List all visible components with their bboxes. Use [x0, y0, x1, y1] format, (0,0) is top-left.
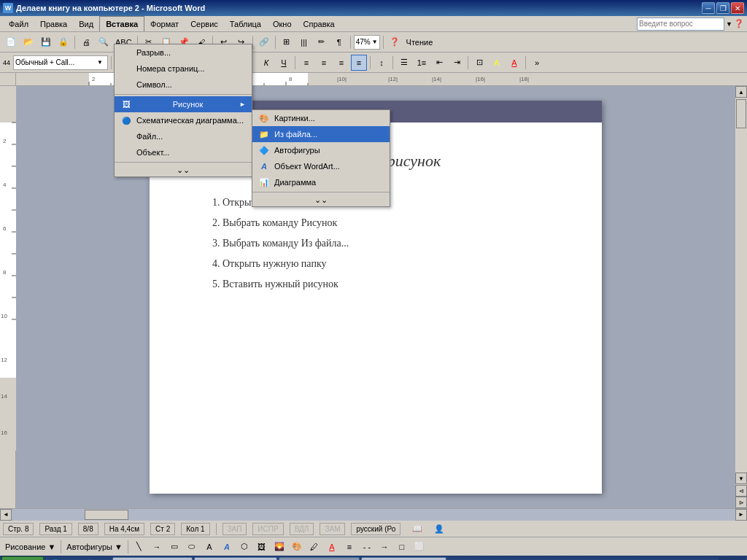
help-button-icon[interactable]: ❓	[734, 19, 744, 28]
menu-table[interactable]: Таблица	[224, 16, 267, 31]
horizontal-scrollbar: ◄ ►	[0, 508, 747, 520]
zoom-dropdown[interactable]: 47% ▼	[354, 35, 380, 50]
start-button[interactable]: ⊞ Пуск	[1, 556, 44, 560]
line-style-button[interactable]: ≡	[341, 539, 357, 555]
font-color-button[interactable]: A	[506, 55, 522, 71]
taskbar-netop[interactable]: Учитель NetOp - Се...	[194, 557, 277, 560]
menu-insert-page-numbers[interactable]: Номера страниц...	[115, 61, 252, 77]
rect-tool[interactable]: ▭	[166, 539, 182, 555]
italic-button[interactable]: К	[258, 55, 274, 71]
bullets-button[interactable]: ☰	[396, 55, 412, 71]
justify-button[interactable]: ≡	[351, 55, 367, 71]
close-button[interactable]: ✕	[731, 2, 744, 14]
textbox-tool[interactable]: A	[201, 539, 217, 555]
menu-format[interactable]: Формат	[144, 16, 185, 31]
submenu-from-file[interactable]: 📁 Из файла...	[252, 126, 390, 142]
scroll-thumb[interactable]	[736, 99, 746, 128]
print-button[interactable]: 🖨	[78, 34, 94, 50]
h-scroll-left-button[interactable]: ◄	[0, 509, 12, 521]
scroll-next-page-button[interactable]: ⊳	[735, 497, 747, 508]
minimize-button[interactable]: ─	[702, 2, 715, 14]
menu-insert[interactable]: Вставка	[99, 16, 144, 31]
preview-button[interactable]: 🔍	[96, 34, 112, 50]
read-button[interactable]: Чтение	[404, 34, 436, 50]
align-right-button[interactable]: ≡	[333, 55, 349, 71]
menu-tools[interactable]: Сервис	[185, 16, 224, 31]
save-button[interactable]: 💾	[38, 34, 54, 50]
numbering-button[interactable]: 1≡	[414, 55, 430, 71]
scroll-down-button[interactable]: ▼	[735, 472, 747, 484]
submenu-autoshapes[interactable]: 🔷 Автофигуры	[252, 142, 390, 158]
h-scroll-thumb[interactable]	[85, 510, 128, 520]
desktop-quicklaunch[interactable]: 🖥	[96, 556, 111, 560]
scroll-prev-page-button[interactable]: ⊲	[735, 485, 747, 497]
clipart-tool[interactable]: 🖼	[254, 539, 270, 555]
new-button[interactable]: 📄	[3, 34, 19, 50]
h-scroll-right-button[interactable]: ►	[735, 509, 747, 521]
person-icon-button[interactable]: 👤	[431, 521, 447, 537]
oval-tool[interactable]: ⬭	[184, 539, 200, 555]
underline-button[interactable]: Ч	[276, 55, 292, 71]
menu-help[interactable]: Справка	[298, 16, 341, 31]
picture-tool[interactable]: 🌄	[271, 539, 287, 555]
drawing-menu-button[interactable]: Рисование ▼	[3, 539, 58, 555]
ie-quicklaunch[interactable]: 🌐	[48, 556, 63, 560]
menu-insert-symbol[interactable]: Символ...	[115, 77, 252, 93]
more-options-button[interactable]: »	[529, 55, 545, 71]
menu-file[interactable]: Файл	[3, 16, 34, 31]
increase-indent-button[interactable]: ⇥	[449, 55, 465, 71]
line-spacing-button[interactable]: ↕	[374, 55, 390, 71]
shadow-button[interactable]: □	[394, 539, 410, 555]
line-tool[interactable]: ╲	[131, 539, 147, 555]
submenu-wordart[interactable]: A Объект WordArt...	[252, 158, 390, 174]
menu-insert-file[interactable]: Файл...	[115, 128, 252, 144]
paragraph-button[interactable]: ¶	[331, 34, 347, 50]
break-icon	[120, 47, 132, 58]
3d-button[interactable]: ⬜	[411, 539, 427, 555]
help-input[interactable]	[637, 18, 724, 31]
arrow-tool[interactable]: →	[149, 539, 165, 555]
fill-color-button[interactable]: 🎨	[289, 539, 305, 555]
help-dropdown-icon[interactable]: ▼	[726, 20, 732, 28]
menu-view[interactable]: Вид	[73, 16, 99, 31]
dash-style-button[interactable]: - -	[359, 539, 375, 555]
drawing-button[interactable]: ✏	[314, 34, 330, 50]
menu-expand-button[interactable]: ⌄⌄	[115, 164, 252, 176]
submenu-clipart[interactable]: 🎨 Картинки...	[252, 110, 390, 126]
table-button[interactable]: ⊞	[279, 34, 295, 50]
hyperlink-button[interactable]: 🔗	[256, 34, 272, 50]
submenu-chart[interactable]: 📊 Диаграмма	[252, 174, 390, 190]
align-center-button[interactable]: ≡	[316, 55, 332, 71]
line-color-button[interactable]: 🖊	[306, 539, 322, 555]
help-icon-button[interactable]: ❓	[387, 34, 403, 50]
align-left-button[interactable]: ≡	[298, 55, 314, 71]
menu-insert-object[interactable]: Объект...	[115, 144, 252, 160]
menu-window[interactable]: Окно	[267, 16, 298, 31]
menu-insert-diagram[interactable]: 🔵 Схематическая диаграмма...	[115, 112, 252, 128]
font-color-draw-button[interactable]: A	[324, 539, 340, 555]
highlight-button[interactable]: A	[489, 55, 505, 71]
menu-insert-picture[interactable]: 🖼 Рисунок ►	[115, 96, 252, 112]
diagram-tool[interactable]: ⬡	[236, 539, 252, 555]
wordart-tool[interactable]: A	[219, 539, 235, 555]
arrow-style-button[interactable]: →	[376, 539, 392, 555]
style-dropdown[interactable]: Обычный + Call... ▼	[13, 55, 108, 70]
menu-insert-break[interactable]: Разрыв...	[115, 44, 252, 61]
taskbar-word[interactable]: Делаем книгу на ко...	[279, 557, 360, 560]
open-button[interactable]: 📂	[20, 34, 36, 50]
taskbar-powerpoint[interactable]: Microsoft PowerPoint...	[361, 557, 446, 560]
autoshapes-button[interactable]: Автофигуры ▼	[64, 539, 125, 555]
email-quicklaunch[interactable]: 📧	[64, 556, 79, 560]
menu-edit[interactable]: Правка	[34, 16, 73, 31]
outside-border-button[interactable]: ⊡	[471, 55, 487, 71]
permission-button[interactable]: 🔒	[55, 34, 71, 50]
decrease-indent-button[interactable]: ⇤	[431, 55, 447, 71]
restore-button[interactable]: ❐	[716, 2, 729, 14]
book-icon-button[interactable]: 📖	[409, 521, 425, 537]
h-scroll-track[interactable]	[12, 509, 735, 521]
submenu-expand[interactable]: ⌄⌄	[252, 194, 390, 206]
columns-button[interactable]: |||	[296, 34, 312, 50]
scroll-up-button[interactable]: ▲	[735, 86, 747, 98]
media-quicklaunch[interactable]: 🎵	[80, 556, 95, 560]
taskbar-total-commander[interactable]: Total Commander 7...	[112, 557, 193, 560]
